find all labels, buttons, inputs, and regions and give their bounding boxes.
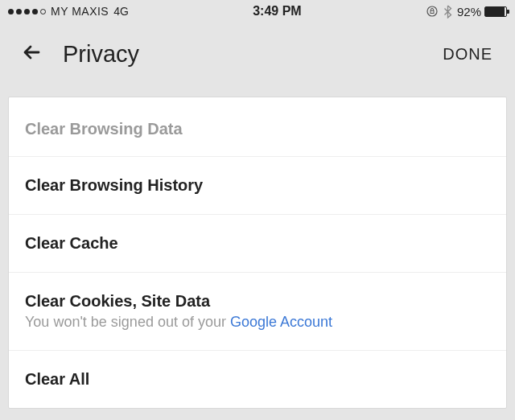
clock: 3:49 PM (253, 4, 301, 19)
page-title: Privacy (63, 41, 443, 68)
battery-percent: 92% (457, 5, 481, 19)
row-subtitle: You won't be signed out of your Google A… (25, 314, 490, 331)
battery-icon (484, 6, 507, 17)
row-title: Clear Cookies, Site Data (25, 292, 490, 311)
status-bar: MY MAXIS 4G 3:49 PM 92% (0, 0, 515, 23)
header-bar: Privacy DONE (0, 23, 515, 85)
status-left: MY MAXIS 4G (8, 5, 129, 18)
clear-all-row[interactable]: Clear All (9, 350, 506, 408)
clear-cache-row[interactable]: Clear Cache (9, 214, 506, 272)
rotation-lock-icon (426, 5, 439, 18)
bluetooth-icon (443, 5, 452, 19)
network-label: 4G (113, 5, 129, 18)
clear-cookies-row[interactable]: Clear Cookies, Site Data You won't be si… (9, 272, 506, 350)
row-title: Clear All (25, 370, 490, 389)
row-sub-text: You won't be signed out of your (25, 314, 230, 330)
battery-indicator: 92% (457, 5, 507, 19)
carrier-label: MY MAXIS (51, 5, 109, 18)
clear-browsing-history-row[interactable]: Clear Browsing History (9, 156, 506, 214)
signal-strength-icon (8, 9, 46, 14)
row-title: Clear Browsing History (25, 176, 490, 195)
done-button[interactable]: DONE (443, 45, 492, 64)
settings-list: Clear Browsing Data Clear Browsing Histo… (8, 97, 507, 409)
status-right: 92% (426, 5, 507, 19)
section-header: Clear Browsing Data (9, 97, 506, 156)
arrow-left-icon (21, 41, 43, 67)
row-title: Clear Cache (25, 234, 490, 253)
back-button[interactable] (16, 38, 48, 70)
svg-rect-1 (431, 10, 434, 14)
google-account-link[interactable]: Google Account (230, 314, 332, 330)
